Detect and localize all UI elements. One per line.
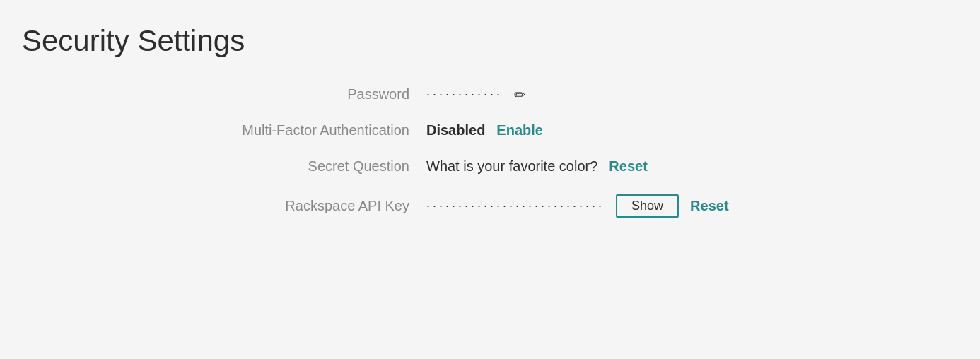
edit-password-icon[interactable]: ✏ bbox=[514, 88, 526, 102]
mfa-value: Disabled Enable bbox=[426, 122, 543, 139]
mfa-enable-link[interactable]: Enable bbox=[496, 122, 543, 139]
password-row: Password ············ ✏ bbox=[172, 86, 808, 102]
api-key-show-button[interactable]: Show bbox=[616, 194, 679, 218]
mfa-status: Disabled bbox=[426, 122, 485, 139]
settings-table: Password ············ ✏ Multi-Factor Aut… bbox=[172, 86, 808, 218]
secret-question-reset-link[interactable]: Reset bbox=[609, 158, 647, 175]
api-key-reset-link[interactable]: Reset bbox=[690, 198, 728, 214]
secret-question-row: Secret Question What is your favorite co… bbox=[172, 158, 808, 175]
secret-question-value: What is your favorite color? Reset bbox=[426, 158, 648, 175]
secret-question-text: What is your favorite color? bbox=[426, 158, 597, 175]
api-key-row: Rackspace API Key ······················… bbox=[172, 194, 808, 218]
api-key-value: ···························· Show Reset bbox=[426, 194, 729, 218]
mfa-label: Multi-Factor Authentication bbox=[172, 122, 426, 139]
page-title: Security Settings bbox=[22, 24, 958, 58]
api-key-label: Rackspace API Key bbox=[172, 198, 426, 214]
password-value: ············ ✏ bbox=[426, 87, 526, 102]
secret-question-label: Secret Question bbox=[172, 158, 426, 175]
api-key-dots: ···························· bbox=[426, 199, 605, 213]
mfa-row: Multi-Factor Authentication Disabled Ena… bbox=[172, 122, 808, 139]
password-label: Password bbox=[172, 86, 426, 102]
password-dots: ············ bbox=[426, 87, 503, 102]
